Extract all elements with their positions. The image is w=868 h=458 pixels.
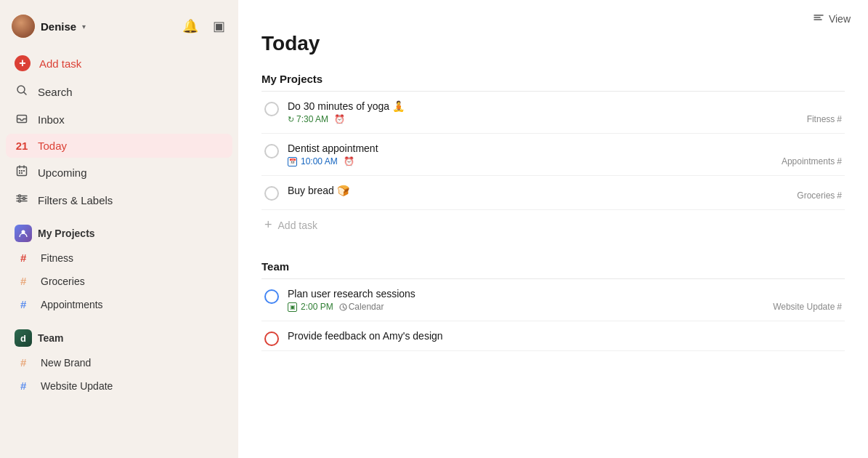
task-content: Plan user research sessions ▣ 2:00 PM Ca… [288, 288, 842, 312]
upcoming-icon [15, 165, 29, 180]
task-row: Plan user research sessions ▣ 2:00 PM Ca… [261, 279, 845, 321]
fitness-label: Fitness [41, 252, 73, 264]
svg-rect-10 [21, 172, 23, 174]
my-projects-section-header: My Projects [261, 73, 845, 85]
svg-rect-9 [19, 172, 20, 174]
sidebar-item-filters-labels[interactable]: Filters & Labels [6, 187, 232, 213]
task-content: Dentist appointment 📅 10:00 AM ⏰ [288, 142, 842, 166]
view-icon [813, 12, 824, 26]
task-row: Buy bread 🍞 Groceries # [261, 176, 845, 210]
hash-icon: # [837, 156, 842, 166]
appointments-label: Appointments [41, 299, 103, 310]
sidebar-item-fitness[interactable]: # Fitness [6, 246, 232, 269]
alarm-icon: ⏰ [334, 114, 345, 124]
hash-icon: # [20, 252, 32, 264]
team-tasks-section: Team Plan user research sessions ▣ 2:00 … [261, 260, 845, 351]
task-content: Buy bread 🍞 [288, 185, 842, 198]
main-content: View Today My Projects Do 30 minutes of … [238, 0, 868, 458]
hash-icon: # [20, 275, 32, 287]
team-task-list: Plan user research sessions ▣ 2:00 PM Ca… [261, 278, 845, 351]
task-checkbox[interactable] [264, 102, 279, 116]
sidebar-nav: + Add task Search Inbox [0, 49, 238, 214]
my-projects-avatar [15, 225, 32, 242]
team-section-header: Team [261, 260, 845, 273]
task-checkbox[interactable] [264, 186, 279, 201]
layout-button[interactable]: ▣ [211, 17, 227, 36]
sidebar-item-website-update[interactable]: # Website Update [6, 374, 232, 397]
task-title: Do 30 minutes of yoga 🧘 [288, 100, 842, 112]
avatar [12, 15, 35, 38]
task-row: Dentist appointment 📅 10:00 AM ⏰ Appoint… [261, 134, 845, 176]
plus-icon: + [264, 217, 272, 233]
inbox-label: Inbox [38, 113, 65, 126]
view-label: View [829, 13, 851, 25]
task-title: Plan user research sessions [288, 288, 842, 300]
sidebar-item-upcoming[interactable]: Upcoming [6, 159, 232, 185]
team-section: d Team # New Brand # Website Update [0, 319, 238, 401]
alarm-icon: ⏰ [344, 156, 354, 166]
groceries-label: Groceries [41, 276, 85, 287]
add-task-row[interactable]: + Add task [261, 210, 845, 240]
upcoming-label: Upcoming [38, 166, 87, 179]
task-project: Fitness # [807, 114, 842, 124]
page-title: Today [261, 32, 845, 55]
view-button[interactable]: View [813, 12, 851, 26]
search-icon [15, 84, 29, 99]
my-projects-task-list: Do 30 minutes of yoga 🧘 ↻ 7:30 AM ⏰ Fitn… [261, 91, 845, 210]
sidebar-item-appointments[interactable]: # Appointments [6, 293, 232, 316]
search-label: Search [38, 86, 73, 98]
user-menu[interactable]: Denise ▾ [12, 15, 86, 38]
main-header: View [238, 0, 868, 32]
svg-rect-6 [19, 170, 20, 172]
sidebar-item-new-brand[interactable]: # New Brand [6, 351, 232, 374]
sidebar-header: Denise ▾ 🔔 ▣ [0, 9, 238, 49]
inbox-icon [15, 112, 29, 126]
task-meta: ↻ 7:30 AM ⏰ [288, 114, 842, 124]
my-projects-header[interactable]: My Projects [6, 220, 232, 246]
task-project: Website Update # [773, 302, 842, 312]
team-header[interactable]: d Team [6, 325, 232, 351]
notification-button[interactable]: 🔔 [181, 17, 200, 36]
task-time: 📅 10:00 AM [288, 156, 338, 166]
filters-icon [15, 193, 29, 207]
svg-rect-8 [23, 170, 25, 172]
team-title: Team [38, 332, 64, 344]
add-task-nav-item[interactable]: + Add task [6, 49, 232, 77]
calendar-label: Calendar [339, 302, 384, 312]
task-content: Provide feedback on Amy's design [288, 330, 842, 344]
task-meta: 📅 10:00 AM ⏰ [288, 156, 842, 166]
add-task-label: Add task [278, 220, 317, 231]
hash-icon: # [20, 298, 32, 310]
task-checkbox[interactable] [264, 289, 279, 304]
website-update-label: Website Update [41, 380, 113, 392]
sidebar-item-today[interactable]: 21 Today [6, 134, 232, 158]
new-brand-label: New Brand [41, 357, 91, 369]
username: Denise [41, 20, 76, 33]
task-meta: ▣ 2:00 PM Calendar [288, 302, 842, 312]
hash-icon: # [837, 190, 842, 201]
hash-icon: # [20, 356, 32, 369]
sidebar-item-inbox[interactable]: Inbox [6, 106, 232, 132]
add-task-icon: + [15, 55, 31, 71]
my-projects-section: My Projects # Fitness # Groceries # Appo… [0, 214, 238, 319]
task-title: Dentist appointment [288, 142, 842, 154]
sidebar-item-groceries[interactable]: # Groceries [6, 270, 232, 292]
my-projects-tasks-section: My Projects Do 30 minutes of yoga 🧘 ↻ 7:… [261, 73, 845, 240]
add-task-label: Add task [39, 57, 81, 70]
hash-icon: # [20, 379, 32, 392]
sidebar: Denise ▾ 🔔 ▣ + Add task Search [0, 0, 238, 458]
filters-labels-label: Filters & Labels [38, 194, 113, 206]
team-avatar: d [15, 329, 32, 347]
task-checkbox[interactable] [264, 332, 279, 346]
hash-icon: # [837, 114, 842, 124]
header-icons: 🔔 ▣ [181, 17, 227, 36]
sidebar-item-search[interactable]: Search [6, 79, 232, 105]
task-checkbox[interactable] [264, 144, 279, 158]
task-time: ↻ 7:30 AM [288, 114, 328, 124]
my-projects-title: My Projects [38, 228, 95, 239]
content-body: Today My Projects Do 30 minutes of yoga … [238, 32, 868, 369]
task-project: Appointments # [782, 156, 842, 166]
task-content: Do 30 minutes of yoga 🧘 ↻ 7:30 AM ⏰ [288, 100, 842, 124]
svg-line-1 [24, 92, 26, 95]
svg-rect-7 [21, 170, 23, 172]
